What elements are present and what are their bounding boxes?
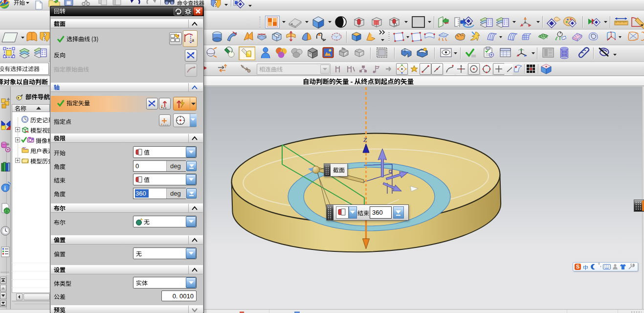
svg-text:a: a — [192, 37, 194, 43]
